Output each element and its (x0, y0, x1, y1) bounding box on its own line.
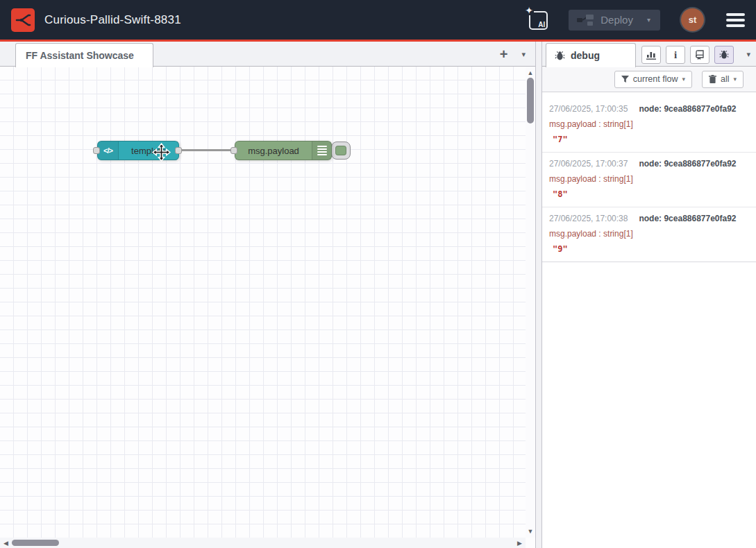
message-timestamp: 27/06/2025, 17:00:38 (549, 214, 628, 223)
wire-template-to-debug[interactable] (179, 149, 235, 151)
debug-clear-button[interactable]: all ▾ (702, 71, 744, 88)
message-property[interactable]: msg.payload : string[1] (549, 229, 749, 239)
filter-icon (621, 76, 629, 83)
sidebar-tab-debug[interactable]: debug (546, 43, 636, 67)
scroll-right-arrow[interactable]: ▶ (517, 538, 522, 548)
trash-icon (709, 75, 716, 83)
canvas-vertical-scrollbar[interactable]: ▲ ▼ (526, 67, 535, 538)
sidebar-options-caret[interactable]: ▾ (746, 42, 750, 67)
message-value[interactable]: "8" (549, 189, 749, 199)
debug-message[interactable]: 27/06/2025, 17:00:35 node: 9cea886877e0f… (542, 98, 756, 152)
sidebar-splitter[interactable] (535, 42, 542, 548)
add-flow-button[interactable]: + (500, 47, 508, 61)
message-node-id: node: 9cea886877e0fa92 (639, 159, 736, 169)
node-red-editor: Curious-Pallid-Swift-8831 AI ✦ Deploy ▾ (0, 0, 756, 548)
help-panel-button[interactable] (690, 46, 709, 64)
ai-assistant-button[interactable]: AI ✦ (528, 10, 548, 30)
deploy-label: Deploy (600, 14, 633, 26)
message-timestamp: 27/06/2025, 17:00:37 (549, 159, 628, 169)
message-value[interactable]: "9" (549, 244, 749, 254)
ai-label: AI (538, 21, 545, 28)
debug-enable-toggle[interactable] (331, 142, 351, 160)
instance-title: Curious-Pallid-Swift-8831 (44, 13, 181, 27)
node-debug[interactable]: msg.payload (235, 141, 332, 160)
canvas-grid (0, 67, 526, 538)
flow-list-caret[interactable]: ▾ (521, 50, 526, 59)
debug-node-label: msg.payload (235, 142, 312, 160)
debug-message[interactable]: 27/06/2025, 17:00:37 node: 9cea886877e0f… (542, 152, 756, 207)
template-node-label: template (119, 142, 178, 160)
header: Curious-Pallid-Swift-8831 AI ✦ Deploy ▾ (0, 0, 756, 42)
bug-icon (719, 50, 729, 60)
sidebar-tab-label: debug (571, 50, 600, 61)
debug-node-icon (312, 142, 331, 160)
caret-down-icon: ▾ (682, 76, 685, 83)
list-lines-icon (317, 146, 327, 155)
sidebar: debug i (542, 42, 756, 548)
template-output-port[interactable] (175, 147, 182, 154)
flowfuse-logo-icon[interactable] (11, 8, 35, 32)
caret-down-icon: ▾ (733, 76, 737, 83)
workspace: FF Assistant Showcase + ▾ </> template (0, 42, 535, 548)
flow-tabbar: FF Assistant Showcase + ▾ (0, 42, 535, 67)
info-icon: i (674, 49, 677, 61)
debug-filter-button[interactable]: current flow ▾ (614, 71, 692, 88)
sidebar-tabbar: debug i (542, 42, 756, 67)
sparkle-icon: ✦ (524, 6, 534, 15)
info-panel-button[interactable]: i (666, 46, 685, 64)
flow-tab-label: FF Assistant Showcase (26, 50, 134, 61)
sidebar-panel-buttons: i (641, 46, 734, 64)
vertical-scroll-thumb[interactable] (527, 78, 534, 123)
debug-message-list: 27/06/2025, 17:00:35 node: 9cea886877e0f… (542, 98, 756, 262)
user-avatar[interactable]: st (681, 8, 704, 31)
message-timestamp: 27/06/2025, 17:00:35 (549, 104, 628, 114)
main-area: FF Assistant Showcase + ▾ </> template (0, 42, 756, 548)
bug-icon (555, 51, 565, 61)
template-node-icon: </> (98, 142, 119, 160)
debug-message[interactable]: 27/06/2025, 17:00:38 node: 9cea886877e0f… (542, 207, 756, 262)
scroll-down-arrow[interactable]: ▼ (526, 528, 535, 535)
message-node-id: node: 9cea886877e0fa92 (639, 214, 736, 223)
message-property[interactable]: msg.payload : string[1] (549, 174, 749, 184)
bar-chart-icon (646, 51, 656, 60)
dashboard-panel-button[interactable] (641, 46, 661, 64)
debug-panel-button[interactable] (714, 46, 734, 64)
scroll-left-arrow[interactable]: ◀ (3, 538, 8, 548)
flow-tab[interactable]: FF Assistant Showcase (15, 43, 153, 67)
debug-input-port[interactable] (230, 147, 237, 154)
message-property[interactable]: msg.payload : string[1] (549, 119, 749, 129)
flow-canvas[interactable]: </> template msg.payload (0, 67, 535, 548)
book-icon (695, 50, 705, 60)
canvas-horizontal-scrollbar[interactable]: ◀ ▶ (0, 538, 526, 548)
node-template[interactable]: </> template (97, 141, 179, 160)
message-node-id: node: 9cea886877e0fa92 (639, 104, 736, 114)
deploy-button[interactable]: Deploy ▾ (569, 10, 660, 31)
main-menu-icon[interactable] (725, 10, 746, 30)
template-input-port[interactable] (93, 147, 100, 154)
tab-actions: + ▾ (500, 42, 526, 67)
message-value[interactable]: "7" (549, 135, 749, 144)
scroll-up-arrow[interactable]: ▲ (526, 69, 535, 76)
deploy-options-caret[interactable]: ▾ (633, 16, 657, 24)
header-actions: AI ✦ Deploy ▾ st (528, 8, 746, 31)
deploy-icon (577, 14, 594, 26)
horizontal-scroll-thumb[interactable] (12, 540, 59, 546)
debug-toolbar: current flow ▾ all ▾ (542, 67, 756, 92)
